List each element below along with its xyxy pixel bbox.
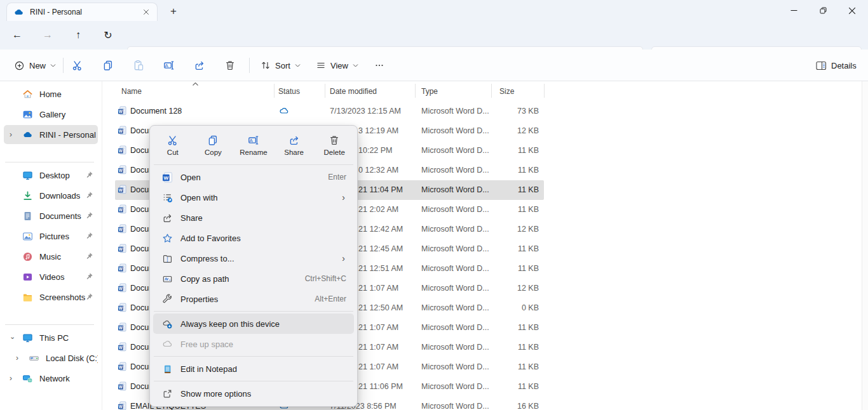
notepad-icon xyxy=(162,364,173,374)
delete-button[interactable] xyxy=(218,57,242,74)
view-button[interactable]: View xyxy=(309,55,365,76)
sort-icon xyxy=(261,60,271,70)
column-header-size[interactable]: Size xyxy=(499,87,514,96)
tab-close-icon[interactable] xyxy=(140,6,152,18)
menu-item-edit-in-notepad[interactable]: Edit in Notepad xyxy=(153,359,354,379)
sort-button[interactable]: Sort xyxy=(254,55,307,76)
word-file-icon: W xyxy=(118,126,127,135)
toolbar-divider xyxy=(249,58,250,73)
chevron-right-icon[interactable]: › xyxy=(4,130,22,139)
paste-button[interactable] xyxy=(126,57,151,74)
share-button[interactable] xyxy=(187,57,212,74)
menu-item-add-to-favorites[interactable]: Add to Favorites xyxy=(153,228,354,248)
context-menu-items: WOpenEnterOpen with›ShareAdd to Favorite… xyxy=(153,167,355,404)
rename-button[interactable]: A xyxy=(157,57,181,74)
quick-rename-button[interactable]: ARename xyxy=(233,128,274,162)
date-modified: 21 12:51 AM xyxy=(358,264,403,273)
onedrive-icon xyxy=(22,129,33,140)
see-more-button[interactable] xyxy=(367,57,391,74)
copy-button[interactable] xyxy=(96,57,120,74)
word-file-icon: W xyxy=(118,401,127,410)
rename-icon: A xyxy=(163,60,175,71)
close-button[interactable] xyxy=(837,0,867,21)
free-up-space-cloud-icon xyxy=(162,339,173,350)
file-row[interactable]: WDocument 1287/13/2023 12:15 AMMicrosoft… xyxy=(115,102,544,121)
column-separator[interactable] xyxy=(415,84,416,98)
sidebar-item-gallery[interactable]: Gallery xyxy=(4,105,98,124)
svg-text:A: A xyxy=(250,138,254,143)
menu-item-share[interactable]: Share xyxy=(153,208,354,228)
menu-item-properties[interactable]: PropertiesAlt+Enter xyxy=(153,289,354,309)
forward-button[interactable]: → xyxy=(37,25,58,44)
chevron-right-icon[interactable]: › xyxy=(4,374,22,383)
new-tab-button[interactable]: + xyxy=(165,4,182,19)
menu-item-label: Free up space xyxy=(180,340,346,349)
sidebar-item-network[interactable]: ›Network xyxy=(4,369,98,388)
sidebar-item-local-disk-c[interactable]: ›Local Disk (C:) xyxy=(4,348,98,367)
column-header-date-modified[interactable]: Date modified xyxy=(330,87,377,96)
sidebar-item-pictures[interactable]: Pictures xyxy=(4,227,98,246)
pin-icon xyxy=(85,211,93,220)
sidebar-item-downloads[interactable]: Downloads xyxy=(4,186,98,205)
onedrive-icon xyxy=(13,7,24,18)
menu-item-compress-to[interactable]: Compress to...› xyxy=(153,248,354,268)
sidebar-item-rini-personal[interactable]: ›RINI - Personal xyxy=(4,125,98,144)
menu-item-label: Always keep on this device xyxy=(180,319,346,329)
chevron-right-icon: › xyxy=(342,192,345,202)
cut-button[interactable] xyxy=(65,57,90,74)
sidebar-item-documents[interactable]: Documents xyxy=(4,206,98,225)
column-separator[interactable] xyxy=(544,84,545,98)
file-type: Microsoft Word D... xyxy=(421,303,489,312)
date-modified: 21 1:07 AM xyxy=(358,343,398,352)
explorer-tab[interactable]: RINI - Personal xyxy=(6,3,158,21)
menu-item-open[interactable]: WOpenEnter xyxy=(153,167,354,187)
menu-item-shortcut: Enter xyxy=(328,173,346,182)
sidebar-item-desktop[interactable]: Desktop xyxy=(4,166,98,185)
sidebar-item-label: RINI - Personal xyxy=(39,130,98,140)
new-button[interactable]: New xyxy=(8,55,62,76)
chevron-down-icon[interactable]: ⌄ xyxy=(4,333,22,341)
column-separator[interactable] xyxy=(274,84,275,98)
menu-item-show-more-options[interactable]: Show more options xyxy=(153,383,354,404)
menu-item-copy-as-path[interactable]: Copy as pathCtrl+Shift+C xyxy=(153,268,354,289)
compress-icon xyxy=(162,253,173,264)
menu-item-always-keep-on-this-device[interactable]: Always keep on this device xyxy=(153,314,354,334)
quick-share-button[interactable]: Share xyxy=(274,128,315,162)
column-separator[interactable] xyxy=(325,84,325,98)
minimize-button[interactable] xyxy=(779,0,808,21)
column-header-type[interactable]: Type xyxy=(421,87,438,96)
quick-delete-button[interactable]: Delete xyxy=(314,128,355,162)
sidebar-item-videos[interactable]: Videos xyxy=(4,267,98,286)
date-modified: 21 1:07 AM xyxy=(358,323,398,332)
refresh-button[interactable]: ↻ xyxy=(98,25,118,44)
quick-copy-button[interactable]: Copy xyxy=(193,128,234,162)
details-pane-button[interactable]: Details xyxy=(810,55,863,76)
sidebar-item-home[interactable]: Home xyxy=(4,84,98,103)
sort-button-label: Sort xyxy=(275,61,290,70)
menu-item-open-with[interactable]: Open with› xyxy=(153,187,354,208)
file-type: Microsoft Word D... xyxy=(421,225,489,234)
svg-text:W: W xyxy=(119,267,123,271)
back-button[interactable]: ← xyxy=(7,25,27,44)
column-header-name[interactable]: Name xyxy=(121,87,142,96)
file-size: 11 KB xyxy=(489,205,539,214)
svg-text:W: W xyxy=(119,188,123,192)
chevron-right-icon[interactable]: › xyxy=(10,354,29,362)
copy-as-path-icon xyxy=(162,274,173,284)
menu-item-free-up-space[interactable]: Free up space xyxy=(153,334,354,354)
column-separator[interactable] xyxy=(491,84,492,98)
date-modified: 21 11:06 PM xyxy=(358,382,403,391)
column-header-status[interactable]: Status xyxy=(278,87,300,96)
word-file-icon: W xyxy=(118,322,127,332)
file-type: Microsoft Word D... xyxy=(421,185,489,194)
context-menu-quick-actions: CutCopyARenameShareDelete xyxy=(153,128,355,162)
sidebar-item-screenshots[interactable]: Screenshots xyxy=(4,288,98,307)
file-size: 11 KB xyxy=(489,264,539,273)
quick-cut-button[interactable]: Cut xyxy=(153,128,193,162)
scrollbar[interactable] xyxy=(862,81,868,410)
sidebar-item-music[interactable]: Music xyxy=(4,247,98,266)
word-file-icon: W xyxy=(118,244,127,253)
up-button[interactable]: ↑ xyxy=(68,25,88,44)
sidebar-item-this-pc[interactable]: ⌄This PC xyxy=(4,328,98,347)
restore-button[interactable] xyxy=(808,0,837,21)
